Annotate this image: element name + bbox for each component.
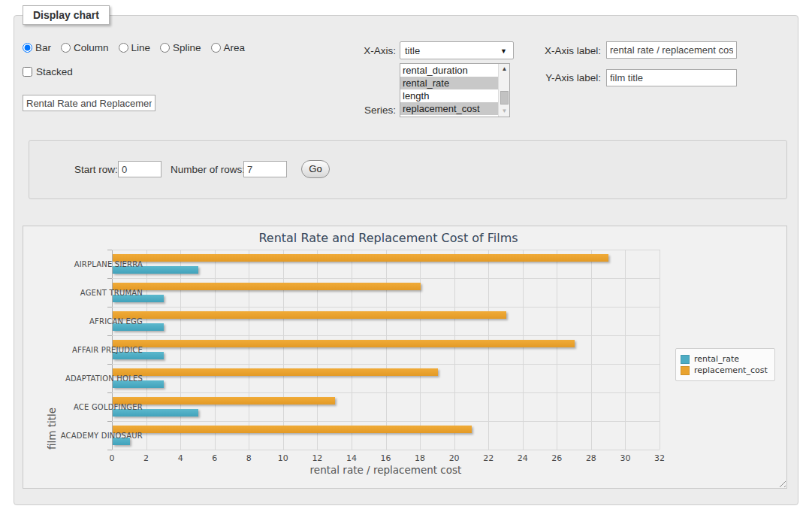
x-axis-label-input[interactable] (606, 41, 737, 59)
chart-title-input[interactable] (23, 95, 155, 111)
gridline (557, 250, 557, 450)
x-tick-label: 30 (612, 453, 638, 463)
chart-legend: rental_ratereplacement_cost (675, 348, 775, 381)
gridline (112, 335, 660, 336)
gridline (112, 307, 660, 308)
go-button[interactable]: Go (301, 160, 330, 178)
category-label: ACE GOLDFINGER (23, 392, 149, 421)
series-options: rental_durationrental_ratelengthreplacem… (400, 64, 498, 115)
gridline (317, 250, 318, 450)
legend-item[interactable]: replacement_cost (681, 365, 768, 375)
gridline (112, 450, 660, 450)
gridline (112, 392, 660, 393)
x-tick-label: 8 (236, 453, 261, 463)
gridline (112, 278, 660, 279)
scroll-up-icon[interactable]: ▲ (499, 64, 510, 74)
category-label: AFRICAN EGG (23, 307, 149, 335)
gridline (112, 364, 660, 365)
x-axis-label-caption: X-Axis label: (526, 45, 601, 56)
chart-type-radio-label[interactable]: Column (74, 42, 109, 53)
plot-area (112, 250, 660, 450)
gridline (249, 250, 249, 450)
x-tick-label: 0 (99, 453, 125, 463)
x-tick-label: 32 (647, 453, 672, 463)
chart-container: Rental Rate and Replacement Cost of Film… (23, 226, 787, 489)
bar-replacement_cost (113, 283, 421, 290)
series-listbox[interactable]: rental_durationrental_ratelengthreplacem… (400, 63, 510, 117)
chart-type-radio-label[interactable]: Spline (173, 42, 201, 53)
gridline (386, 250, 387, 450)
x-tick-label: 6 (202, 453, 228, 463)
gridline (420, 250, 421, 450)
category-label: ACADEMY DINOSAUR (23, 421, 149, 450)
bar-replacement_cost (113, 426, 472, 433)
x-axis-select-value: title (405, 45, 420, 56)
chart-type-radio-group: BarColumnLineSplineArea (23, 42, 255, 53)
bar-replacement_cost (113, 368, 438, 376)
fieldset-legend: Display chart (23, 5, 110, 25)
bar-replacement_cost (113, 254, 608, 262)
stacked-label: Stacked (36, 66, 73, 77)
gridline (352, 250, 352, 450)
y-axis-label-input[interactable] (606, 69, 737, 86)
x-tick-label: 16 (373, 453, 399, 463)
chart-type-radio-column[interactable] (61, 43, 71, 53)
gridline (454, 250, 455, 450)
scrollbar-thumb[interactable] (500, 91, 509, 105)
rows-panel: Start row: Number of rows: Go (29, 140, 787, 199)
chart-type-radio-label[interactable]: Bar (35, 42, 51, 53)
gridline (215, 250, 216, 450)
legend-item[interactable]: rental_rate (681, 354, 768, 364)
chart-type-radio-label[interactable]: Line (131, 42, 151, 53)
x-tick-label: 28 (578, 453, 604, 463)
bar-replacement_cost (113, 311, 506, 319)
gridline (660, 250, 660, 450)
x-tick-label: 26 (544, 453, 569, 463)
start-row-input[interactable] (118, 161, 161, 177)
x-tick-label: 22 (475, 453, 501, 463)
x-tick-label: 24 (510, 453, 536, 463)
start-row-label: Start row: (74, 164, 118, 175)
legend-label: rental_rate (694, 354, 739, 364)
chart-type-radio-area[interactable] (211, 43, 221, 53)
gridline (180, 250, 181, 450)
x-axis-title: rental rate / replacement cost (310, 464, 462, 476)
legend-swatch-icon (681, 355, 690, 364)
num-rows-input[interactable] (243, 161, 287, 177)
scroll-down-icon[interactable]: ▼ (499, 106, 510, 117)
gridline (523, 250, 524, 450)
category-label: AGENT TRUMAN (23, 278, 149, 307)
chart-type-radio-line[interactable] (119, 43, 128, 53)
stacked-checkbox[interactable] (23, 67, 32, 77)
chart-type-radio-spline[interactable] (160, 43, 170, 53)
series-listbox-label: Series: (323, 105, 396, 116)
num-rows-label: Number of rows: (171, 164, 245, 175)
stacked-row: Stacked (23, 66, 73, 77)
y-tick (107, 450, 112, 450)
gridline (591, 250, 592, 450)
x-axis-select-label: X-Axis: (323, 45, 396, 56)
resize-handle-icon[interactable] (777, 478, 786, 487)
bar-replacement_cost (113, 340, 575, 347)
x-axis-select[interactable]: title ▼ (400, 41, 514, 59)
x-tick-label: 18 (407, 453, 433, 463)
legend-label: replacement_cost (694, 365, 768, 375)
y-axis-label-caption: Y-Axis label: (526, 72, 601, 83)
series-option-rental_rate[interactable]: rental_rate (400, 77, 498, 89)
series-option-rental_duration[interactable]: rental_duration (400, 64, 498, 77)
x-tick-label: 12 (304, 453, 330, 463)
series-option-length[interactable]: length (400, 89, 498, 102)
gridline (283, 250, 284, 450)
chart-type-radio-label[interactable]: Area (224, 42, 246, 53)
listbox-scrollbar[interactable]: ▲ ▼ (498, 64, 509, 117)
x-tick-label: 20 (442, 453, 467, 463)
series-option-replacement_cost[interactable]: replacement_cost (400, 102, 498, 115)
x-tick-label: 2 (134, 453, 159, 463)
gridline (488, 250, 489, 450)
legend-swatch-icon (681, 366, 690, 375)
gridline (112, 250, 660, 250)
gridline (625, 250, 626, 450)
chart-title: Rental Rate and Replacement Cost of Film… (23, 231, 753, 245)
chevron-down-icon: ▼ (500, 47, 507, 55)
chart-type-radio-bar[interactable] (23, 43, 32, 53)
